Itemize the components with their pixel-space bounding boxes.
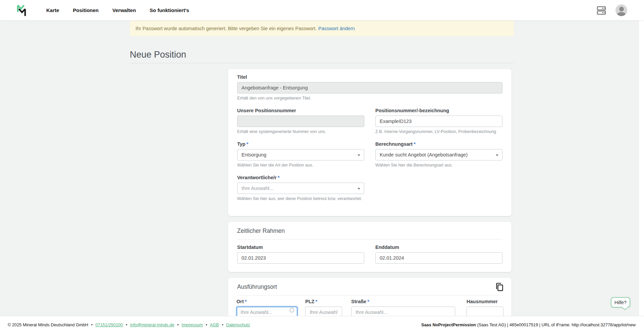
berechnungsart-label: Berechnungsart* bbox=[375, 141, 502, 147]
startdatum-input[interactable] bbox=[237, 252, 364, 264]
footer-left: © 2025 Mineral Minds Deutschland GmbH • … bbox=[8, 322, 250, 327]
footer-iframe-info: (Saas Test AG) | 465e00017519 | URL of i… bbox=[476, 322, 636, 327]
footer-email-link[interactable]: info@mineral-minds.de bbox=[130, 322, 174, 327]
berechnungsart-label-text: Berechnungsart bbox=[375, 141, 413, 147]
berechnungsart-select[interactable]: Kunde sucht Angebot (Angebotsanfrage) bbox=[375, 149, 502, 160]
page: Ihr Passwort wurde automatisch generiert… bbox=[0, 0, 644, 333]
footer-phone-link[interactable]: 07151/250100 bbox=[96, 322, 123, 327]
nav-links: Karte Positionen Verwalten So funktionie… bbox=[46, 0, 189, 20]
ausfuehrungsort-heading: Ausführungsort bbox=[237, 283, 502, 290]
footer-agb-link[interactable]: AGB bbox=[210, 322, 219, 327]
positionsnummer-input[interactable] bbox=[375, 116, 502, 127]
typ-label: Typ* bbox=[237, 141, 364, 147]
verantwortliche-label: Verantwortliche/r* bbox=[237, 175, 364, 180]
positionsnummer-label: Positionsnummer/-bezeichnung bbox=[375, 108, 502, 113]
banner-text: Ihr Passwort wurde automatisch generiert… bbox=[136, 26, 317, 31]
titel-label: Titel bbox=[237, 74, 502, 80]
server-icon[interactable] bbox=[596, 5, 607, 16]
zeitlicher-rahmen-card: Zeitlicher Rahmen Startdatum Enddatum bbox=[228, 222, 512, 272]
typ-helper: Wählen Sie hier die Art der Position aus… bbox=[237, 163, 364, 168]
mineral-minds-logo[interactable] bbox=[15, 3, 28, 17]
page-title: Neue Position bbox=[130, 50, 186, 60]
copy-icon[interactable] bbox=[495, 282, 504, 292]
plz-label-text: PLZ bbox=[305, 299, 314, 304]
card-divider bbox=[237, 295, 502, 295]
hausnummer-label: Hausnummer bbox=[467, 299, 503, 304]
plz-field: PLZ* bbox=[305, 299, 342, 318]
chevron-down-icon bbox=[496, 154, 498, 156]
footer-datenschutz-link[interactable]: Datenschutz bbox=[226, 322, 250, 327]
positionsnummer-helper: Z.B. Interne-Vorgangsnummer, LV-Position… bbox=[375, 129, 502, 134]
position-data-card: Titel Erhält den von uns vorgegebenen Ti… bbox=[228, 69, 512, 216]
loading-spinner-icon bbox=[289, 308, 294, 313]
ort-field: Ort* bbox=[236, 299, 298, 318]
user-avatar[interactable] bbox=[615, 4, 627, 16]
ort-label: Ort* bbox=[236, 299, 298, 304]
unsere-positionsnummer-label: Unsere Positionsnummer bbox=[237, 108, 364, 113]
berechnungsart-required-marker: * bbox=[414, 141, 416, 147]
startdatum-label: Startdatum bbox=[237, 245, 364, 250]
verantwortliche-label-text: Verantwortliche/r bbox=[237, 175, 277, 180]
help-button-label: Hilfe? bbox=[614, 300, 627, 305]
footer-status: Saas NoProjectPermission (Saas Test AG) … bbox=[421, 322, 636, 327]
verantwortliche-required-marker: * bbox=[278, 175, 280, 180]
berechnungsart-select-value: Kunde sucht Angebot (Angebotsanfrage) bbox=[380, 152, 468, 157]
verantwortliche-select-placeholder: Ihre Auswahl... bbox=[241, 186, 273, 191]
chevron-down-icon bbox=[358, 188, 360, 190]
titel-input bbox=[237, 82, 502, 93]
title-divider bbox=[130, 63, 514, 63]
footer-separator: • bbox=[206, 322, 207, 327]
top-navbar: Karte Positionen Verwalten So funktionie… bbox=[0, 0, 644, 20]
help-button[interactable]: Hilfe? bbox=[611, 297, 630, 308]
footer: © 2025 Mineral Minds Deutschland GmbH • … bbox=[0, 316, 644, 333]
nav-item-so-funktionierts[interactable]: So funktioniert's bbox=[150, 7, 189, 13]
chevron-down-icon bbox=[358, 154, 360, 156]
typ-required-marker: * bbox=[247, 141, 249, 147]
zeitlicher-rahmen-heading: Zeitlicher Rahmen bbox=[237, 227, 502, 235]
footer-separator: • bbox=[126, 322, 127, 327]
strasse-required-marker: * bbox=[367, 299, 369, 304]
avatar-shoulders bbox=[617, 12, 626, 16]
footer-separator: • bbox=[222, 322, 223, 327]
strasse-label: Straße* bbox=[351, 299, 455, 304]
plz-required-marker: * bbox=[315, 299, 317, 304]
typ-select-value: Entsorgung bbox=[241, 152, 266, 157]
strasse-label-text: Straße bbox=[351, 299, 366, 304]
password-warning-banner: Ihr Passwort wurde automatisch generiert… bbox=[130, 21, 514, 36]
berechnungsart-helper: Wählen Sie hier die Berechnungsart aus. bbox=[375, 163, 502, 168]
nav-right bbox=[596, 0, 627, 20]
footer-separator: • bbox=[91, 322, 92, 327]
nav-item-positionen[interactable]: Positionen bbox=[73, 7, 99, 13]
verantwortliche-helper: Wählen Sie hier aus, wer diese Position … bbox=[237, 196, 364, 201]
unsere-positionsnummer-helper: Erhält eine systemgenerierte Nummer von … bbox=[237, 129, 364, 134]
unsere-positionsnummer-input bbox=[237, 116, 364, 127]
avatar-head bbox=[619, 7, 624, 11]
nav-item-verwalten[interactable]: Verwalten bbox=[112, 7, 136, 13]
verantwortliche-select[interactable]: Ihre Auswahl... bbox=[237, 183, 364, 194]
ort-required-marker: * bbox=[245, 299, 247, 304]
titel-helper: Erhält den von uns vorgegebenen Titel. bbox=[237, 96, 502, 101]
footer-separator: • bbox=[177, 322, 178, 327]
card-divider bbox=[237, 239, 502, 240]
change-password-link[interactable]: Passwort ändern bbox=[318, 26, 355, 31]
scrollbar-track[interactable] bbox=[639, 20, 644, 333]
footer-impressum-link[interactable]: Impressum bbox=[181, 322, 203, 327]
enddatum-label: Enddatum bbox=[375, 245, 502, 250]
nav-item-karte[interactable]: Karte bbox=[46, 7, 59, 13]
typ-select[interactable]: Entsorgung bbox=[237, 149, 364, 160]
ort-label-text: Ort bbox=[236, 299, 244, 304]
enddatum-input[interactable] bbox=[375, 252, 502, 264]
typ-label-text: Typ bbox=[237, 141, 246, 147]
strasse-field: Straße* bbox=[351, 299, 455, 318]
plz-label: PLZ* bbox=[305, 299, 342, 304]
footer-copyright: © 2025 Mineral Minds Deutschland GmbH bbox=[8, 322, 88, 327]
footer-permission-label: Saas NoProjectPermission bbox=[421, 322, 476, 327]
hausnummer-field: Hausnummer bbox=[467, 299, 503, 318]
